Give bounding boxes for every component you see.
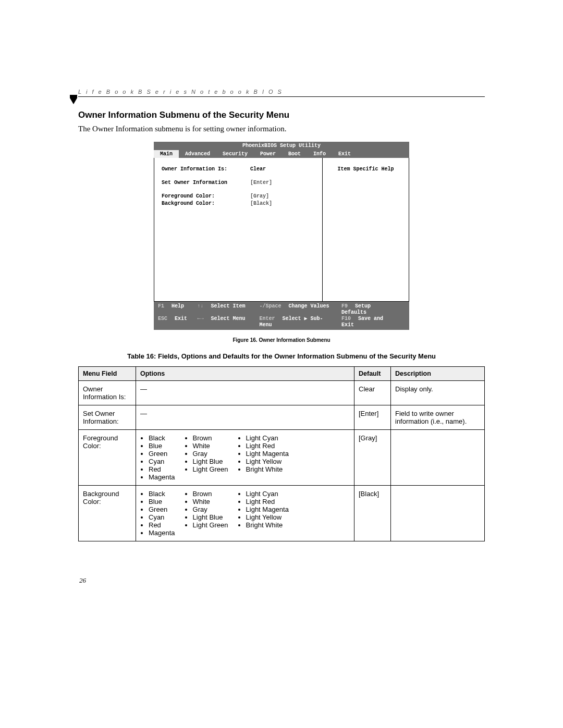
cell-field: Background Color: xyxy=(79,486,136,541)
list-item: Green xyxy=(149,505,175,513)
bios-tab-security[interactable]: Security xyxy=(216,150,254,158)
list-item: Light Blue xyxy=(193,513,228,521)
bios-tab-advanced[interactable]: Advanced xyxy=(179,150,216,158)
list-item: Black xyxy=(149,490,175,498)
list-item: Light Yellow xyxy=(246,513,289,521)
bios-title: PhoenixBIOS Setup Utility xyxy=(154,142,409,150)
cell-desc: Field to write owner information (i.e., … xyxy=(391,405,485,430)
list-item: Magenta xyxy=(149,473,175,481)
bios-row-owner-info: Owner Information Is: Clear xyxy=(162,166,318,172)
bios-tab-main[interactable]: Main xyxy=(154,150,179,158)
th-description: Description xyxy=(391,367,485,381)
list-item: White xyxy=(193,498,228,505)
label-select-item: Select Item xyxy=(211,303,246,309)
running-header: L i f e B o o k B S e r i e s N o t e b … xyxy=(78,89,485,97)
cell-desc: Display only. xyxy=(391,381,485,405)
bios-help-title: Item Specific Help xyxy=(327,166,405,172)
list-item: Light Magenta xyxy=(246,450,289,458)
key-f9: F9 xyxy=(341,303,348,309)
bios-row-bg-color[interactable]: Background Color: [Black] xyxy=(162,201,318,207)
opts-col: BrownWhiteGrayLight BlueLight Green xyxy=(185,434,228,481)
list-item: Gray xyxy=(193,505,228,513)
table-row: Foreground Color: BlackBlueGreenCyanRedM… xyxy=(79,430,485,486)
cell-default: [Black] xyxy=(354,486,391,541)
cell-desc xyxy=(391,486,485,541)
opts-col: Light CyanLight RedLight MagentaLight Ye… xyxy=(238,434,289,481)
key-updown: ↑↓ xyxy=(198,303,204,309)
list-item: Light Cyan xyxy=(246,434,289,442)
list-item: Bright White xyxy=(246,521,289,529)
key-space: -/Space xyxy=(260,303,282,309)
running-header-text: L i f e B o o k B S e r i e s N o t e b … xyxy=(78,89,283,95)
opts-col: BlackBlueGreenCyanRedMagenta xyxy=(140,490,175,537)
bios-row-fg-color[interactable]: Foreground Color: [Gray] xyxy=(162,193,318,200)
list-item: Cyan xyxy=(149,513,175,521)
list-item: White xyxy=(193,442,228,450)
bios-label: Foreground Color: xyxy=(162,193,250,200)
list-item: Black xyxy=(149,434,175,442)
cell-default: [Enter] xyxy=(354,405,391,430)
cell-options: — xyxy=(136,405,354,430)
cell-default: Clear xyxy=(354,381,391,405)
list-item: Light Red xyxy=(246,442,289,450)
cell-field: Owner Information Is: xyxy=(79,381,136,405)
label-change-values: Change Values xyxy=(289,303,329,309)
list-item: Light Cyan xyxy=(246,490,289,498)
bios-label: Set Owner Information xyxy=(162,180,250,186)
key-leftright: ←→ xyxy=(198,316,204,322)
key-f10: F10 xyxy=(341,316,351,322)
bios-body: Owner Information Is: Clear Set Owner In… xyxy=(154,158,409,302)
fields-table: Menu Field Options Default Description O… xyxy=(78,366,485,541)
section-title: Owner Information Submenu of the Securit… xyxy=(78,110,485,120)
opts-col: Light CyanLight RedLight MagentaLight Ye… xyxy=(238,490,289,537)
bios-label: Owner Information Is: xyxy=(162,166,250,172)
list-item: Light Green xyxy=(193,521,228,529)
th-menu-field: Menu Field xyxy=(79,367,136,381)
label-exit: Exit xyxy=(175,316,187,322)
table-header-row: Menu Field Options Default Description xyxy=(79,367,485,381)
cell-options: — xyxy=(136,381,354,405)
cell-field: Set Owner Information: xyxy=(79,405,136,430)
list-item: Gray xyxy=(193,450,228,458)
list-item: Light Green xyxy=(193,465,228,473)
th-options: Options xyxy=(136,367,354,381)
list-item: Red xyxy=(149,521,175,529)
th-default: Default xyxy=(354,367,391,381)
bios-tab-boot[interactable]: Boot xyxy=(282,150,307,158)
list-item: Red xyxy=(149,465,175,473)
label-help: Help xyxy=(172,303,184,309)
label-select-menu: Select Menu xyxy=(211,316,246,322)
key-enter: Enter xyxy=(260,316,275,322)
page-number: 26 xyxy=(79,576,86,585)
cell-options: BlackBlueGreenCyanRedMagenta BrownWhiteG… xyxy=(136,430,354,486)
bios-tab-info[interactable]: Info xyxy=(307,150,332,158)
bios-row-set-owner[interactable]: Set Owner Information [Enter] xyxy=(162,180,318,186)
bios-screenshot: PhoenixBIOS Setup Utility Main Advanced … xyxy=(154,142,409,330)
cell-desc xyxy=(391,430,485,486)
opts-col: BlackBlueGreenCyanRedMagenta xyxy=(140,434,175,481)
bios-help-panel: Item Specific Help xyxy=(323,158,409,301)
figure-caption: Figure 16. Owner Information Submenu xyxy=(78,337,485,343)
list-item: Light Red xyxy=(246,498,289,505)
key-f1: F1 xyxy=(158,303,164,309)
list-item: Cyan xyxy=(149,458,175,465)
bios-value: Clear xyxy=(250,166,266,172)
table-title: Table 16: Fields, Options and Defaults f… xyxy=(78,352,485,360)
list-item: Bright White xyxy=(246,465,289,473)
table-row: Background Color: BlackBlueGreenCyanRedM… xyxy=(79,486,485,541)
bios-tab-power[interactable]: Power xyxy=(254,150,282,158)
bios-value: [Gray] xyxy=(250,193,269,200)
table-row: Set Owner Information: — [Enter] Field t… xyxy=(79,405,485,430)
list-item: Blue xyxy=(149,498,175,505)
list-item: Brown xyxy=(193,434,228,442)
bios-tab-exit[interactable]: Exit xyxy=(332,150,357,158)
bios-value: [Enter] xyxy=(250,180,272,186)
list-item: Light Yellow xyxy=(246,458,289,465)
list-item: Brown xyxy=(193,490,228,498)
bios-label: Background Color: xyxy=(162,201,250,207)
cell-field: Foreground Color: xyxy=(79,430,136,486)
cell-default: [Gray] xyxy=(354,430,391,486)
section-intro: The Owner Information submenu is for set… xyxy=(78,125,485,133)
list-item: Blue xyxy=(149,442,175,450)
bios-value: [Black] xyxy=(250,201,272,207)
